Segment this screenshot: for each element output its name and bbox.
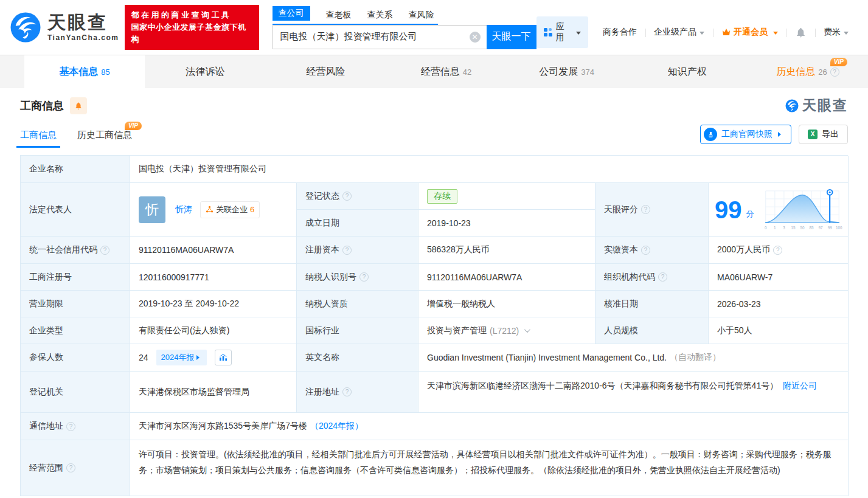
search-tab-boss[interactable]: 查老板 (326, 10, 352, 21)
vip-badge: VIP (125, 122, 142, 130)
brand-name: 天眼查 (47, 13, 119, 32)
legal-rep-avatar[interactable]: 忻 (139, 196, 165, 223)
chevron-down-icon[interactable] (524, 327, 530, 333)
tianyancha-logo[interactable]: 天眼查 TianYanCha.com (9, 10, 119, 44)
subtab-history-business-info[interactable]: VIP 历史工商信息 (77, 130, 132, 148)
slogan-line1: 都在用的商业查询工具 (131, 9, 252, 21)
header-nav: 应用 商务合作 企业级产品 开通会员 费米 (536, 16, 857, 48)
paid-capital-value: 2000万人民币? (709, 237, 849, 264)
search-tab-risk[interactable]: 查风险 (409, 10, 434, 21)
comm-address-value: 天津市河东区海河东路1535号美岸广场7号楼（2024年报） (130, 413, 849, 440)
insured-value: 24 2024年报 (130, 344, 297, 372)
brand-slogan: 都在用的商业查询工具 国家中小企业发展子基金旗下机构 (125, 5, 259, 50)
help-icon[interactable]: ? (66, 422, 75, 431)
excel-icon: X (808, 130, 818, 139)
nav-notifications[interactable] (786, 27, 815, 38)
chevron-down-icon (844, 32, 849, 37)
tab-operating-info[interactable]: 经营信息42 (386, 55, 506, 88)
export-button[interactable]: X 导出 (799, 125, 848, 144)
staff-size-value: 小于50人 (709, 317, 849, 344)
apps-menu[interactable]: 应用 (536, 16, 588, 48)
help-icon[interactable]: ? (100, 246, 109, 255)
business-info-section: 工商信息 天眼查 工商信息 VIP 历史工商信息 (0, 96, 868, 496)
svg-text:99: 99 (827, 226, 832, 230)
tab-operating-risk[interactable]: 经营风险 (265, 55, 386, 88)
business-term-value: 2019-10-23 至 2049-10-22 (130, 291, 297, 317)
help-icon[interactable]: ? (359, 272, 369, 282)
chevron-down-icon (773, 32, 778, 37)
bell-icon (74, 102, 83, 110)
help-icon[interactable]: ? (342, 387, 352, 396)
tax-id-label: 纳税人识别号? (297, 264, 418, 291)
related-companies-button[interactable]: 关联企业 6 (200, 201, 260, 218)
svg-text:50: 50 (800, 226, 805, 230)
svg-text:97: 97 (818, 226, 823, 230)
score-value: 99 分 0131550859799100 (709, 183, 849, 237)
search-tab-relation[interactable]: 查关系 (367, 10, 393, 21)
company-type-label: 企业类型 (21, 317, 130, 344)
nav-user-account[interactable]: 费米 (815, 27, 857, 38)
nav-business-cooperation[interactable]: 商务合作 (594, 27, 645, 38)
reg-address-label: 注册地址? (297, 372, 418, 413)
score-distribution-chart: 0131550859799100 (761, 187, 844, 232)
annual-report-link[interactable]: 2024年报 (156, 350, 207, 365)
help-icon[interactable]: ? (641, 246, 650, 255)
arrow-right-icon (778, 132, 783, 137)
help-icon[interactable]: ? (342, 246, 352, 255)
nearby-companies-link[interactable]: 附近公司 (783, 381, 817, 390)
approval-date-value: 2026-03-23 (709, 291, 849, 317)
legal-rep-name-link[interactable]: 忻涛 (175, 204, 192, 215)
reg-capital-label: 注册资本? (297, 237, 418, 264)
status-badge: 存续 (427, 189, 457, 204)
annual-report-link[interactable]: （2024年报） (310, 421, 363, 432)
org-code-label: 组织机构代码? (595, 264, 709, 291)
score-label: 天眼评分? (595, 183, 709, 237)
help-icon[interactable]: ? (658, 272, 667, 282)
reg-authority-label: 登记机关 (21, 372, 130, 413)
help-icon[interactable]: ? (66, 463, 75, 472)
search-button[interactable]: 天眼一下 (487, 25, 536, 49)
insured-trend-button[interactable] (215, 350, 232, 365)
nav-open-vip[interactable]: 开通会员 (713, 27, 786, 38)
nav-enterprise-products[interactable]: 企业级产品 (645, 27, 713, 38)
legal-rep-value: 忻 忻涛 关联企业 6 (130, 183, 297, 237)
approval-date-label: 核准日期 (595, 291, 709, 317)
tab-basic-info[interactable]: 基本信息85 (24, 55, 145, 88)
help-icon[interactable]: ? (641, 205, 650, 214)
org-code-value: MA06UARW-7 (709, 264, 849, 291)
reg-capital-value: 586328万人民币 (418, 237, 595, 264)
help-icon[interactable]: ? (342, 192, 352, 201)
tab-intellectual-property[interactable]: 知识产权 (627, 55, 748, 88)
chevron-down-icon (700, 32, 704, 37)
tab-history-info[interactable]: VIP 历史信息26 ? (748, 55, 868, 88)
subtab-business-info[interactable]: 工商信息 (20, 130, 57, 148)
taxpayer-qual-label: 纳税人资质 (297, 291, 418, 317)
svg-text:15: 15 (791, 226, 796, 230)
bar-chart-icon (219, 354, 227, 361)
top-header: 天眼查 TianYanCha.com 都在用的商业查询工具 国家中小企业发展子基… (0, 0, 868, 55)
legal-rep-label: 法定代表人 (21, 183, 130, 237)
network-icon (206, 206, 214, 213)
taxpayer-qual-value: 增值税一般纳税人 (418, 291, 595, 317)
subscribe-bell-button[interactable] (70, 97, 87, 114)
company-name-value: 国电投（天津）投资管理有限公司 (130, 156, 849, 183)
staff-size-label: 人员规模 (595, 317, 709, 344)
search-tabs: 查公司 查老板 查关系 查风险 (273, 6, 438, 25)
industry-value[interactable]: 投资与资产管理(L7212) (418, 317, 595, 344)
svg-text:3: 3 (783, 226, 785, 230)
tab-legal-proceedings[interactable]: 法律诉讼 (145, 55, 265, 88)
insured-label: 参保人数 (21, 344, 130, 372)
search-input[interactable] (273, 25, 487, 49)
help-icon[interactable]: ? (773, 246, 782, 255)
industry-label: 国标行业 (297, 317, 418, 344)
help-icon[interactable]: ? (830, 67, 839, 77)
official-snapshot-button[interactable]: 工商官网快照 (700, 125, 791, 144)
clear-search-icon[interactable]: ✕ (470, 32, 481, 43)
tab-company-development[interactable]: 公司发展374 (507, 55, 627, 88)
apps-grid-icon (544, 28, 552, 37)
vip-badge: VIP (830, 58, 847, 66)
search-tab-company[interactable]: 查公司 (273, 6, 310, 21)
brand-domain: TianYanCha.com (47, 33, 119, 42)
comm-address-label: 通信地址? (21, 413, 130, 440)
establish-date-label: 成立日期 (297, 210, 418, 237)
